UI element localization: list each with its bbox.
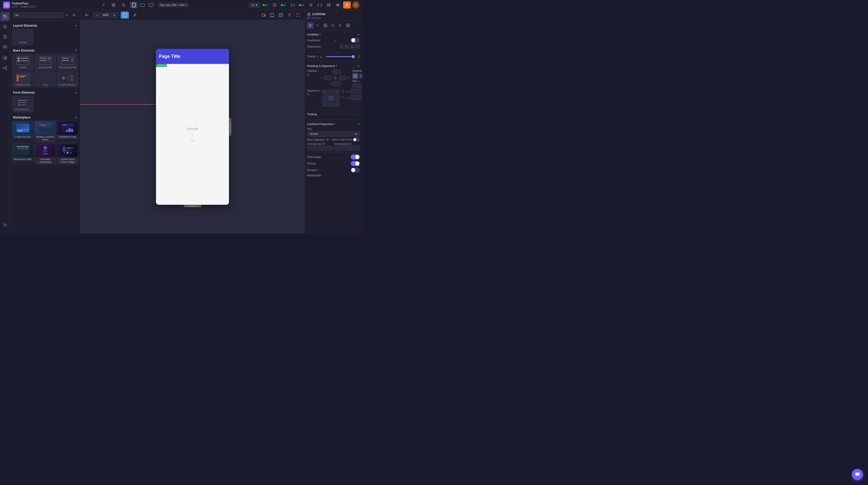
checkboxlisttile-component[interactable]: CheckboxListTile <box>57 54 78 70</box>
align-bl[interactable]: ↙ <box>322 101 328 107</box>
responsive-tablet-icon[interactable] <box>345 44 349 49</box>
more-tab[interactable] <box>344 22 351 29</box>
zoom-out-button[interactable]: − <box>95 12 100 18</box>
end-info[interactable]: ℹ <box>348 142 349 145</box>
marketplace-dashboard[interactable]: Dashboard Page <box>57 121 78 142</box>
expand-btn-2[interactable] <box>359 73 362 79</box>
padding-b-input[interactable] <box>333 81 341 86</box>
code-button[interactable] <box>316 1 323 8</box>
marketplace-locations[interactable]: Multiple Locations Picker <box>34 121 56 142</box>
base-section-header[interactable]: Base Elements ▼ <box>12 47 78 54</box>
panel-close-icon[interactable]: ✕ <box>64 12 70 18</box>
start-spacing-input[interactable] <box>307 146 333 151</box>
build-tab[interactable] <box>0 12 9 21</box>
checkboxgroup-component[interactable]: CheckboxGro... <box>12 96 33 112</box>
axis-dropdown[interactable]: Vertical ▼ <box>307 131 360 137</box>
listview-props-header[interactable]: ListView Properties ℹ ▼ <box>307 122 360 127</box>
padding-info[interactable]: ℹ <box>336 65 337 67</box>
listview-component[interactable]: ListView <box>12 29 33 45</box>
apply-start-end-toggle[interactable] <box>353 138 360 141</box>
x-value-input[interactable] <box>350 89 362 94</box>
pen-tool-button[interactable] <box>131 11 139 19</box>
form-section-header[interactable]: Form Elements ▼ <box>12 89 78 96</box>
reverse-toggle[interactable] <box>351 167 360 172</box>
flex-input[interactable] <box>352 84 362 88</box>
phone-right-handle[interactable] <box>229 118 231 136</box>
padding-t-input[interactable] <box>333 69 341 74</box>
chat-button[interactable] <box>271 1 278 8</box>
run-button[interactable] <box>343 1 351 8</box>
select-tool-button[interactable] <box>121 11 129 19</box>
listview-props-info[interactable]: ℹ <box>334 123 335 125</box>
check-status-3[interactable] <box>298 1 305 8</box>
play-tab[interactable] <box>337 22 344 29</box>
testing-row[interactable]: Testing › <box>307 112 360 117</box>
check-status-1[interactable] <box>262 1 269 8</box>
align-tr[interactable]: ↗ <box>334 89 340 95</box>
collapse-panel-button[interactable] <box>84 11 91 19</box>
opacity-info[interactable]: ℹ <box>317 55 318 58</box>
api-tab[interactable] <box>0 42 9 51</box>
switchlisttile-component[interactable]: SwitchListTile <box>34 54 56 70</box>
responsive-icon[interactable] <box>260 11 267 19</box>
theme-tab[interactable] <box>0 22 9 31</box>
settings-tab[interactable] <box>0 220 9 229</box>
padding-section-header[interactable]: Padding & Alignment ℹ ▼ <box>307 63 360 68</box>
conditionalbuild-component[interactable]: ? ConditionalBuild... <box>57 71 78 88</box>
align-mr[interactable]: → <box>334 95 340 101</box>
marketplace-table[interactable]: Responsive Table <box>12 143 33 164</box>
user-avatar[interactable]: U <box>352 1 359 8</box>
opacity-slider[interactable] <box>326 56 353 57</box>
padding-l-input[interactable] <box>324 75 332 80</box>
reverse-info[interactable]: ℹ <box>317 169 318 171</box>
marketplace-onboarding[interactable]: Minimalist Onboarding <box>34 143 56 164</box>
start-settings-icon[interactable] <box>323 143 325 145</box>
responsive-tablet-portrait-icon[interactable] <box>350 44 354 49</box>
items-spacing-info[interactable]: ℹ <box>324 138 325 141</box>
conditional-info[interactable]: ℹ <box>335 39 336 41</box>
chart-component[interactable]: Chart <box>34 71 56 88</box>
padding-r-input[interactable] <box>339 75 346 80</box>
marketplace-music[interactable]: ⏮ ▶ ⏭ Custom Music Player Widget <box>57 143 78 164</box>
panel-subtitle[interactable]: ListView <box>307 16 360 20</box>
media-tab[interactable] <box>0 53 9 62</box>
properties-tab[interactable] <box>307 22 314 29</box>
shortcuts-button[interactable] <box>110 1 117 8</box>
zoom-in-button[interactable]: + <box>112 12 117 18</box>
end-spacing-input[interactable] <box>334 146 360 151</box>
align-ml[interactable]: ← <box>322 95 328 101</box>
help-button[interactable]: ? <box>100 1 107 8</box>
opacity-reset-icon[interactable] <box>320 55 322 58</box>
actions-tab[interactable] <box>314 22 321 29</box>
mobile-device-button[interactable] <box>130 2 137 8</box>
align-tc[interactable]: ↑ <box>328 89 334 95</box>
start-info[interactable]: ℹ <box>321 142 322 145</box>
items-spacing-settings-icon[interactable] <box>326 138 329 141</box>
desktop-device-button[interactable] <box>147 2 155 8</box>
visibility-info[interactable]: ℹ <box>319 33 320 36</box>
preview-button[interactable] <box>334 1 342 8</box>
version-button[interactable]: v1 ▼ <box>249 2 260 7</box>
component-search[interactable] <box>13 12 64 18</box>
align-mc[interactable]: · <box>328 95 334 101</box>
external-link-button[interactable] <box>325 1 333 8</box>
padding-lock-button[interactable] <box>333 75 338 80</box>
expand-btn-1[interactable] <box>352 73 358 79</box>
search-button[interactable] <box>120 1 127 8</box>
check-status-2[interactable] <box>280 1 287 8</box>
settings-button[interactable] <box>307 1 314 8</box>
transfer-button[interactable] <box>289 1 297 8</box>
phone-bottom-handle[interactable] <box>184 205 201 207</box>
text-icon[interactable] <box>286 11 293 19</box>
conditional-toggle[interactable] <box>351 38 360 43</box>
opacity-thumb[interactable] <box>352 55 355 58</box>
resize-icon[interactable] <box>294 11 302 19</box>
marketplace-creditcard[interactable]: Credit Card UIs <box>12 121 33 142</box>
primary-toggle[interactable] <box>351 161 360 166</box>
panel-search-icon[interactable] <box>71 12 77 18</box>
visibility-section-header[interactable]: Visibility ℹ ▼ <box>307 32 360 37</box>
align-br[interactable]: ↘ <box>334 101 340 107</box>
y-value-input[interactable] <box>350 95 362 100</box>
backend-tab[interactable] <box>322 22 329 29</box>
canvas-info-icon[interactable]: ℹ <box>186 3 187 6</box>
